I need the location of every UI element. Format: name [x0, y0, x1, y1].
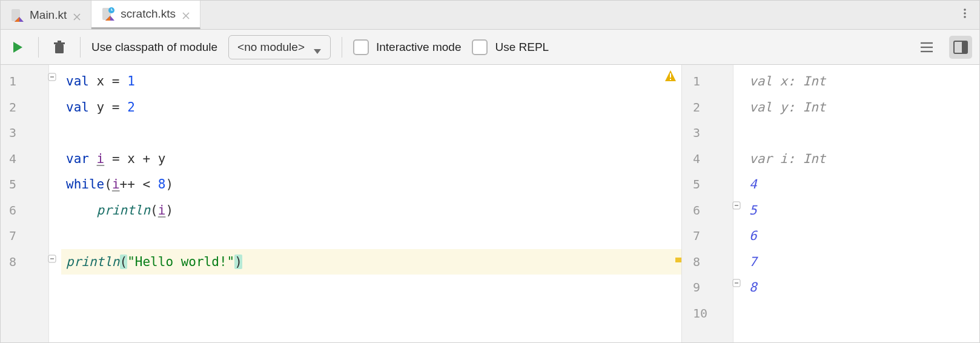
dropdown-value: <no module> [237, 41, 305, 54]
line-number: 1 [1, 68, 48, 95]
svg-point-13 [964, 16, 966, 18]
toolbar-divider [38, 37, 39, 58]
code-line: val y = 2 [61, 95, 681, 121]
output-line: 6 [746, 223, 979, 249]
toolbar-divider [342, 37, 342, 58]
code-line [61, 120, 681, 146]
output-pane: val x: Int val y: Int var i: Int 4 5 6 7… [746, 65, 979, 342]
output-line: 4 [746, 172, 979, 198]
line-number: 6 [1, 198, 48, 224]
fold-marker-icon[interactable] [732, 201, 742, 210]
svg-rect-30 [670, 79, 671, 80]
kotlin-file-icon [10, 8, 24, 22]
svg-marker-18 [314, 49, 321, 54]
line-number: 6 [682, 198, 733, 224]
checkbox-icon [472, 39, 488, 55]
kotlin-scratch-icon [101, 7, 114, 21]
clear-button[interactable] [50, 38, 69, 57]
fold-gutter [49, 65, 61, 342]
line-number: 7 [682, 223, 733, 249]
tab-overflow-button[interactable] [950, 1, 979, 29]
svg-point-11 [964, 8, 966, 11]
side-panel-button[interactable] [949, 36, 972, 59]
code-editor[interactable]: val x = 1 val y = 2 var i = x + y while(… [61, 65, 681, 342]
chevron-down-icon [313, 44, 322, 50]
close-icon[interactable] [182, 10, 190, 18]
svg-rect-23 [962, 41, 967, 53]
code-line: println(i) [61, 198, 681, 224]
run-button[interactable] [8, 38, 27, 57]
scratch-toolbar: Use classpath of module <no module> Inte… [1, 30, 979, 65]
line-number: 10 [682, 301, 733, 327]
output-line: 7 [746, 249, 979, 275]
tab-main-kt[interactable]: Main.kt [1, 1, 91, 29]
code-line: println("Hello world!") [61, 249, 681, 275]
tab-label: scratch.kts [121, 7, 176, 21]
output-fold-gutter [733, 65, 746, 342]
output-line: var i: Int [746, 146, 979, 172]
line-number: 8 [1, 249, 48, 275]
kebab-icon [959, 8, 970, 22]
fold-marker-icon[interactable] [48, 254, 58, 264]
svg-marker-14 [13, 42, 22, 53]
change-marker-icon [675, 258, 681, 262]
line-number: 4 [1, 146, 48, 172]
code-line: var i = x + y [61, 146, 681, 172]
editor-gutter: 1 2 3 4 5 6 7 8 [1, 65, 49, 342]
output-line: 5 [746, 198, 979, 224]
line-number: 9 [682, 275, 733, 301]
svg-rect-29 [670, 73, 671, 78]
code-line [61, 223, 681, 249]
svg-rect-15 [55, 44, 64, 53]
output-line: val y: Int [746, 95, 979, 121]
svg-point-12 [964, 12, 966, 15]
use-repl-toggle[interactable]: Use REPL [472, 39, 549, 55]
line-number: 3 [682, 120, 733, 146]
use-repl-label: Use REPL [495, 41, 549, 54]
tab-spacer [200, 1, 950, 29]
module-dropdown[interactable]: <no module> [228, 35, 331, 59]
code-line: val x = 1 [61, 68, 681, 95]
svg-rect-16 [54, 42, 65, 44]
code-line: while(i++ < 8) [61, 172, 681, 198]
output-line: val x: Int [746, 68, 979, 95]
line-number: 3 [1, 120, 48, 146]
classpath-label: Use classpath of module [91, 41, 217, 54]
soft-wrap-button[interactable] [915, 36, 938, 59]
line-number: 5 [682, 172, 733, 198]
interactive-mode-label: Interactive mode [376, 41, 461, 54]
line-number: 5 [1, 172, 48, 198]
output-line [746, 120, 979, 146]
line-number: 1 [682, 68, 733, 95]
toolbar-divider [80, 37, 81, 58]
warning-icon[interactable] [664, 70, 677, 82]
output-line: 8 [746, 275, 979, 301]
output-line [746, 301, 979, 327]
svg-rect-17 [58, 41, 61, 42]
interactive-mode-toggle[interactable]: Interactive mode [353, 39, 461, 55]
line-number: 2 [682, 95, 733, 121]
fold-marker-icon[interactable] [732, 278, 742, 288]
checkbox-icon [353, 39, 369, 55]
output-gutter: 1 2 3 4 5 6 7 8 9 10 [681, 65, 733, 342]
line-number: 2 [1, 95, 48, 121]
tab-scratch-kts[interactable]: scratch.kts [91, 1, 200, 29]
line-number: 4 [682, 146, 733, 172]
fold-marker-icon[interactable] [48, 72, 58, 82]
close-icon[interactable] [73, 11, 81, 19]
editor-area: 1 2 3 4 5 6 7 8 val x = 1 val y = 2 var … [1, 65, 979, 342]
tab-strip: Main.kt scratch.kts [1, 1, 979, 30]
tab-label: Main.kt [30, 8, 67, 22]
line-number: 8 [682, 249, 733, 275]
line-number: 7 [1, 223, 48, 249]
